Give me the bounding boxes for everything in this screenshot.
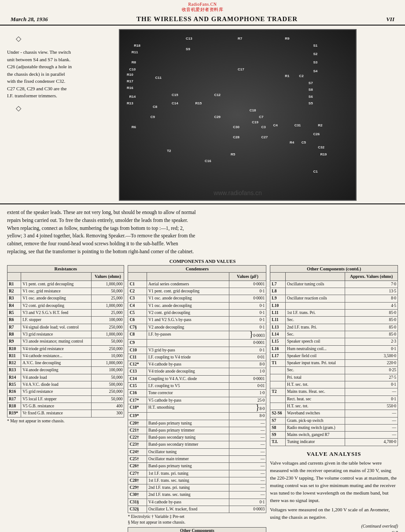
cond-val: 0·0001: [229, 295, 266, 302]
chassis-image-container: R18 R11 C13 R7 R9 S9 S1 S2 S3 S4 R8 C10 …: [77, 29, 398, 201]
other2-val: —: [345, 424, 398, 431]
other2-desc: Sec.: [286, 331, 345, 338]
table-row: C19* 8·0: [128, 413, 266, 420]
table-row: R13 V4 anode decoupling 100,000: [7, 367, 124, 374]
other2-ref: L17: [270, 352, 286, 359]
cond-val: }0·0003: [229, 331, 266, 339]
header-date: March 28, 1936: [11, 16, 48, 23]
cond-desc: Band-pass secondary tuning: [147, 434, 229, 441]
other2-desc: Speaker field coil: [286, 352, 345, 359]
c7-reference: C 7: [270, 530, 398, 532]
other-components-title: Other Components: [128, 527, 266, 532]
table-row: C5 V2 cont. grid decoupling 0·1: [128, 310, 266, 317]
other2-ref: L11: [270, 310, 286, 317]
res-val: 50,000: [92, 338, 124, 345]
other2-val: 0·1: [345, 381, 398, 388]
cond-val: 0·1: [229, 317, 266, 324]
table-row: C6 V1 and V2 S.G.'s by-pass 0·1: [128, 317, 266, 324]
table-row: R5 V3 and V2 S.G.'s H.T. feed 25,000: [7, 310, 124, 317]
other2-val: 0·1: [345, 345, 398, 352]
other2-title: Other Components (contd.): [270, 265, 398, 272]
cond-desc: Tone corrector: [147, 390, 229, 397]
res-val: 250,000: [92, 388, 124, 395]
table-row: R14 V4 anode load 50,000: [7, 374, 124, 381]
table-row: C1 Aerial series condensers 0·0001: [128, 281, 266, 288]
cond-ref: C31§: [128, 499, 147, 506]
intro-paragraph: extent of the speaker leads. These are n…: [7, 210, 196, 254]
other2-desc: Gram. pick-up switch: [286, 417, 345, 424]
res-val: 300: [92, 410, 124, 417]
cond-desc: V2 anode decoupling: [147, 324, 229, 331]
table-row: L13 2nd I.F. trans. Pri. 85·0: [270, 324, 398, 331]
cond-desc: V5 cathode by-pass: [147, 397, 229, 404]
cond-desc: V1 pent. cont. grid decoupling: [147, 288, 229, 295]
cond-val: 0·0001: [229, 375, 266, 382]
table-row: R18 V5 G.B. resistance 400: [7, 403, 124, 410]
cond-desc: 2nd I.F. trans. sec. tuning: [147, 491, 229, 499]
table-row: L9 Oscillator reaction coils 8·0: [270, 295, 398, 302]
resistances-footnote: * May not appear in some chassis.: [7, 419, 124, 423]
other-components2-table: Approx. Values (ohms) L7 Oscillator tuni…: [270, 272, 398, 446]
res-val: 25,000: [92, 295, 124, 302]
cond-val: 8·0: [229, 413, 266, 420]
table-row: C23† Band-pass secondary trimmer —: [128, 441, 266, 448]
cond-desc: Oscillator main trimmer: [147, 456, 229, 463]
cond-ref: C26†: [128, 463, 147, 470]
res-val: 250,000: [92, 345, 124, 352]
cond-ref: C9: [128, 340, 147, 347]
other2-desc: Oscillator tuning coils: [286, 281, 345, 288]
watermark: www.radiofans.cn: [214, 189, 262, 196]
other2-ref: [270, 381, 286, 388]
other2-desc: Mains trans. Heat. sec.: [286, 388, 345, 395]
res-ref: R4: [7, 302, 21, 309]
res-ref: R2: [7, 288, 21, 295]
table-row: Pri. total 27·5: [270, 374, 398, 381]
valve-text2: Voltages were measured on the 1,200 V sc…: [270, 506, 398, 521]
other2-ref: L13: [270, 324, 286, 331]
res-ref: R14: [7, 374, 21, 381]
other2-val: 4,700·0: [345, 439, 398, 446]
res-col-ref: [7, 272, 21, 281]
cond-val: —: [229, 456, 266, 463]
top-banner: RadioFans.CN 收音机爱好者资料库: [0, 0, 405, 14]
table-row: C28† 1st I.F. trans. sec. tuning —: [128, 477, 266, 484]
other2-val: 2·3: [345, 338, 398, 345]
res-desc: A.V.C. line decoupling: [21, 360, 92, 367]
cond-desc: V3 grid by-pass: [147, 347, 229, 354]
cond-val: —: [229, 463, 266, 470]
table-row: C4 V1 osc. anode decoupling 0·1: [128, 302, 266, 309]
table-row: R10 V4 triode grid resistance 250,000: [7, 345, 124, 352]
table-row: C13 V4 triode anode decoupling 1·0: [128, 368, 266, 375]
cond-ref: C15: [128, 383, 147, 390]
other2-desc: Mains switch, ganged R7: [286, 432, 345, 439]
other2-val: 3,500·0: [345, 352, 398, 359]
chassis-caption: Under - chassis view. The switch unit be…: [7, 46, 73, 100]
table-row: R9 V3 anode resistance; muting control 5…: [7, 338, 124, 345]
cond-desc: Band-pass primary trimmer: [147, 427, 229, 434]
cond-val: 0·1: [229, 310, 266, 317]
other2-ref: T2: [270, 388, 286, 395]
table-row: Sec. 0·25: [270, 367, 398, 374]
other2-val: 550·0: [345, 403, 398, 410]
continued-overleaf: (Continued overleaf): [270, 524, 398, 528]
table-row: L7 Oscillator tuning coils 7·0: [270, 281, 398, 288]
table-row: R2 V1 osc. grid resistance 50,000: [7, 288, 124, 295]
valve-text1: Valve voltages and currents given in the…: [270, 460, 397, 503]
table-row: R4 V2 cont. grid decoupling 1,000,000: [7, 302, 124, 309]
other2-desc: Hum neutralising coil...: [286, 345, 345, 352]
cond-col-ref: [128, 272, 147, 281]
table-row: T2 Mains trans. Heat. sec. —: [270, 388, 398, 395]
table-row: L15 Speaker speech coil 2·3: [270, 338, 398, 345]
cond-ref: C23†: [128, 441, 147, 448]
res-ref: R16: [7, 388, 21, 395]
table-row: C30† 2nd I.F. trans. sec. tuning —: [128, 491, 266, 499]
res-ref: R5: [7, 310, 21, 317]
res-val: 500,000: [92, 381, 124, 388]
cond-val: —: [229, 434, 266, 441]
other2-ref: S8: [270, 424, 286, 431]
cond-ref: C25†: [128, 456, 147, 463]
table-row: L14 Sec. 85·0: [270, 331, 398, 338]
other2-desc: Sec.: [286, 367, 345, 374]
cond-ref: C14: [128, 375, 147, 382]
tables-container: Resistances Values (ohms) R1 V1 pent. co…: [7, 265, 398, 532]
